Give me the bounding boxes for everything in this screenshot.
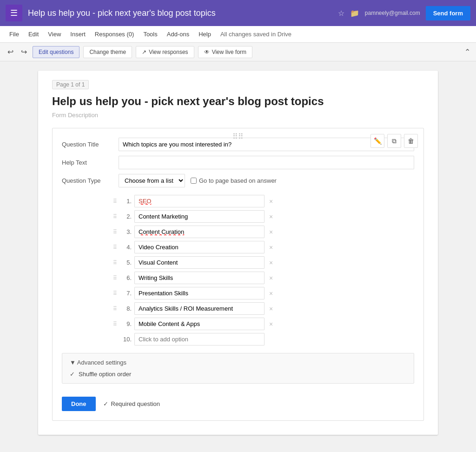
toolbar-right: ⌃ <box>464 47 470 56</box>
advanced-content: ✓ Shuffle option order <box>70 371 406 378</box>
required-checkmark: ✓ <box>103 400 108 407</box>
form-main-title: Help us help you - pick next year's blog… <box>52 95 424 108</box>
option-close-button[interactable]: × <box>267 320 275 328</box>
edit-questions-button[interactable]: Edit questions <box>33 46 79 58</box>
option-number: 3. <box>122 228 132 235</box>
question-title-input[interactable] <box>119 138 414 151</box>
option-drag-handle[interactable]: ⠿ <box>113 259 119 266</box>
option-close-button[interactable]: × <box>267 290 275 297</box>
question-help-row: Help Text <box>62 156 414 169</box>
collapse-button[interactable]: ⌃ <box>464 47 470 56</box>
change-theme-button[interactable]: Change theme <box>83 46 132 58</box>
undo-button[interactable]: ↩ <box>6 46 15 58</box>
option-input[interactable] <box>134 272 264 284</box>
option-drag-handle[interactable]: ⠿ <box>113 198 119 205</box>
option-row: ⠿9.× <box>113 318 414 330</box>
menu-icon[interactable]: ☰ <box>6 5 22 21</box>
add-option-area: 10. <box>113 333 414 346</box>
option-drag-handle[interactable]: ⠿ <box>113 306 119 312</box>
question-type-row: Question Type Choose from a list Multipl… <box>62 174 414 187</box>
option-input[interactable] <box>134 195 264 207</box>
option-row: ⠿6.× <box>113 272 414 284</box>
add-option-input[interactable] <box>134 333 264 346</box>
option-row: ⠿4.× <box>113 241 414 253</box>
view-live-icon: 👁 <box>204 49 210 55</box>
option-input[interactable] <box>134 226 264 238</box>
top-bar: ☰ Help us help you - pick next year's bl… <box>0 0 476 26</box>
option-row: ⠿2.× <box>113 210 414 223</box>
menu-insert[interactable]: Insert <box>66 29 89 40</box>
delete-question-button[interactable]: 🗑 <box>404 134 418 148</box>
question-type-label: Question Type <box>62 177 113 184</box>
saved-status: All changes saved in Drive <box>220 31 291 38</box>
goto-page-checkbox[interactable] <box>191 178 197 184</box>
add-option-number: 10. <box>122 336 132 343</box>
view-live-button[interactable]: 👁 View live form <box>198 46 252 58</box>
option-close-button[interactable]: × <box>267 244 275 251</box>
menu-responses[interactable]: Responses (0) <box>91 29 138 40</box>
option-close-button[interactable]: × <box>267 274 275 282</box>
option-row: ⠿5.× <box>113 256 414 269</box>
option-number: 9. <box>122 320 132 327</box>
edit-questions-label: Edit questions <box>39 49 73 55</box>
option-close-button[interactable]: × <box>267 213 275 220</box>
advanced-title[interactable]: ▼ Advanced settings <box>70 359 406 366</box>
top-bar-right: pamneely@gmail.com Send form <box>365 6 470 20</box>
option-number: 6. <box>122 274 132 281</box>
menu-addons[interactable]: Add-ons <box>163 29 193 40</box>
option-row: ⠿3.× <box>113 226 414 238</box>
redo-button[interactable]: ↪ <box>19 46 29 58</box>
option-number: 7. <box>122 290 132 297</box>
option-close-button[interactable]: × <box>267 228 275 236</box>
option-number: 5. <box>122 259 132 266</box>
option-close-button[interactable]: × <box>267 259 275 266</box>
option-input[interactable] <box>134 256 264 269</box>
option-input[interactable] <box>134 287 264 299</box>
question-title-label: Question Title <box>62 141 113 148</box>
form-card: Page 1 of 1 Help us help you - pick next… <box>38 71 438 435</box>
done-button[interactable]: Done <box>62 397 96 411</box>
question-help-input[interactable] <box>119 156 414 169</box>
option-number: 4. <box>122 244 132 251</box>
question-drag-handle[interactable]: ⠿⠿ <box>232 132 244 141</box>
option-input[interactable] <box>134 210 264 223</box>
option-close-button[interactable]: × <box>267 198 275 205</box>
option-drag-handle[interactable]: ⠿ <box>113 321 119 327</box>
advanced-settings: ▼ Advanced settings ✓ Shuffle option ord… <box>62 353 414 384</box>
goto-page-label: Go to page based on answer <box>191 177 277 184</box>
option-row: ⠿1.× <box>113 195 414 207</box>
main-content: Page 1 of 1 Help us help you - pick next… <box>0 61 476 449</box>
form-title-topbar: Help us help you - pick next year's blog… <box>28 8 332 18</box>
duplicate-question-button[interactable]: ⧉ <box>387 134 401 148</box>
edit-question-button[interactable]: ✏️ <box>370 134 384 148</box>
bottom-bar: Done ✓ Required question <box>62 391 414 411</box>
menu-tools[interactable]: Tools <box>139 29 161 40</box>
form-description: Form Description <box>52 112 424 119</box>
toolbar: ↩ ↪ Edit questions Change theme ↗ View r… <box>0 43 476 61</box>
menu-view[interactable]: View <box>44 29 65 40</box>
option-input[interactable] <box>134 302 264 315</box>
option-input[interactable] <box>134 318 264 330</box>
menu-file[interactable]: File <box>6 29 23 40</box>
option-drag-handle[interactable]: ⠿ <box>113 229 119 235</box>
option-input[interactable] <box>134 241 264 253</box>
question-type-select[interactable]: Choose from a list Multiple choice Check… <box>119 174 185 187</box>
menu-help[interactable]: Help <box>195 29 215 40</box>
menu-edit[interactable]: Edit <box>25 29 42 40</box>
star-icon[interactable]: ☆ <box>338 9 344 18</box>
option-number: 2. <box>122 213 132 220</box>
option-number: 1. <box>122 198 132 205</box>
folder-icon[interactable]: 📁 <box>350 9 359 18</box>
add-option-row: 10. <box>113 333 414 346</box>
option-drag-handle[interactable]: ⠿ <box>113 275 119 281</box>
page-label: Page 1 of 1 <box>52 80 89 89</box>
option-drag-handle[interactable]: ⠿ <box>113 290 119 297</box>
change-theme-label: Change theme <box>89 49 126 55</box>
option-close-button[interactable]: × <box>267 305 275 312</box>
option-drag-handle[interactable]: ⠿ <box>113 244 119 251</box>
view-responses-label: View responses <box>149 49 188 55</box>
send-form-button[interactable]: Send form <box>426 6 470 20</box>
view-responses-button[interactable]: ↗ View responses <box>136 46 194 58</box>
option-drag-handle[interactable]: ⠿ <box>113 213 119 220</box>
question-actions: ✏️ ⧉ 🗑 <box>370 134 418 148</box>
